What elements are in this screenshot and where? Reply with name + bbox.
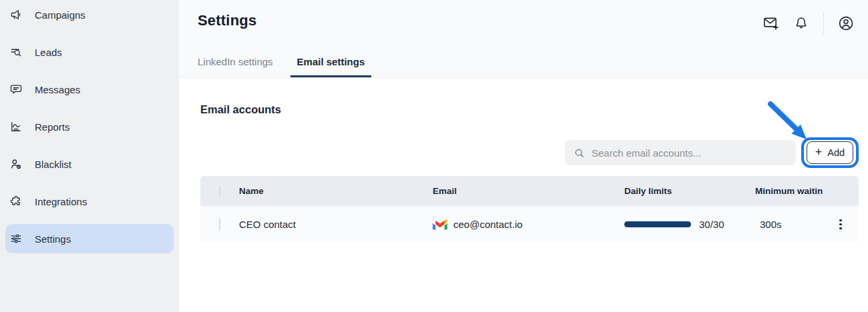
bell-icon[interactable] (793, 15, 810, 32)
settings-tabs: LinkedIn settings Email settings (198, 56, 371, 77)
add-button[interactable]: + Add (807, 141, 853, 164)
minimum-waiting-value: 300s (755, 219, 823, 230)
table-row: CEO contact ceo@contact.io (200, 206, 859, 243)
row-checkbox[interactable] (219, 218, 220, 231)
email-accounts-table: Name Email Daily limits Minimum waiting … (200, 176, 859, 243)
plus-icon: + (815, 146, 823, 158)
sidebar-item-settings[interactable]: Settings (5, 224, 174, 253)
sliders-icon (9, 232, 23, 245)
account-name: CEO contact (239, 219, 433, 230)
search-icon (573, 147, 586, 159)
account-email: ceo@contact.io (453, 219, 523, 230)
tab-linkedin-settings[interactable]: LinkedIn settings (198, 56, 273, 77)
column-header-daily-limits: Daily limits (624, 186, 755, 196)
sidebar-item-leads[interactable]: Leads (5, 37, 174, 67)
column-header-email: Email (433, 186, 624, 196)
app-window: Campaigns Leads Messages Reports Blackli (0, 0, 868, 312)
user-avatar-icon[interactable] (837, 15, 855, 32)
section-title: Email accounts (200, 103, 859, 116)
topbar-icons (762, 12, 855, 35)
chat-bubble-icon (9, 83, 23, 96)
page-title: Settings (198, 12, 256, 29)
sidebar-item-messages[interactable]: Messages (5, 75, 174, 104)
mail-plus-icon[interactable] (762, 15, 779, 32)
tab-email-settings[interactable]: Email settings (290, 56, 372, 77)
search-list-icon (9, 45, 23, 59)
sidebar-item-label: Leads (35, 47, 62, 58)
sidebar-item-label: Messages (35, 84, 80, 95)
blocked-user-icon (9, 157, 23, 171)
chart-icon (9, 120, 23, 133)
sidebar-item-label: Integrations (35, 196, 87, 207)
search-box (565, 140, 796, 165)
sidebar: Campaigns Leads Messages Reports Blackli (0, 0, 179, 312)
sidebar-item-label: Reports (35, 121, 70, 133)
table-controls: + Add (200, 137, 859, 169)
email-settings-panel: Email accounts + Add (179, 103, 868, 243)
daily-limit-value: 30/30 (699, 219, 724, 230)
topbar-divider (823, 12, 824, 35)
add-button-annotation-ring: + Add (801, 137, 859, 168)
page-header: Settings LinkedIn settings Email setting… (179, 0, 868, 78)
add-button-label: Add (827, 147, 845, 158)
daily-limit-progress-bar (624, 221, 691, 227)
sidebar-item-campaigns[interactable]: Campaigns (5, 0, 174, 29)
sidebar-item-blacklist[interactable]: Blacklist (5, 149, 174, 179)
main-area: Settings LinkedIn settings Email setting… (179, 0, 868, 312)
megaphone-icon (9, 8, 23, 21)
sidebar-item-label: Campaigns (35, 9, 85, 21)
sidebar-item-reports[interactable]: Reports (5, 112, 174, 141)
sidebar-item-label: Blacklist (35, 159, 71, 170)
select-all-checkbox[interactable] (219, 185, 220, 197)
puzzle-icon (9, 195, 23, 208)
search-input[interactable] (592, 147, 788, 159)
table-header-row: Name Email Daily limits Minimum waiting (200, 176, 859, 206)
column-header-name: Name (239, 186, 433, 196)
row-actions-kebab-icon[interactable] (835, 215, 846, 234)
sidebar-item-label: Settings (35, 233, 71, 245)
column-header-minimum-waiting: Minimum waiting (755, 186, 823, 196)
gmail-icon (433, 219, 447, 230)
sidebar-item-integrations[interactable]: Integrations (5, 187, 174, 216)
